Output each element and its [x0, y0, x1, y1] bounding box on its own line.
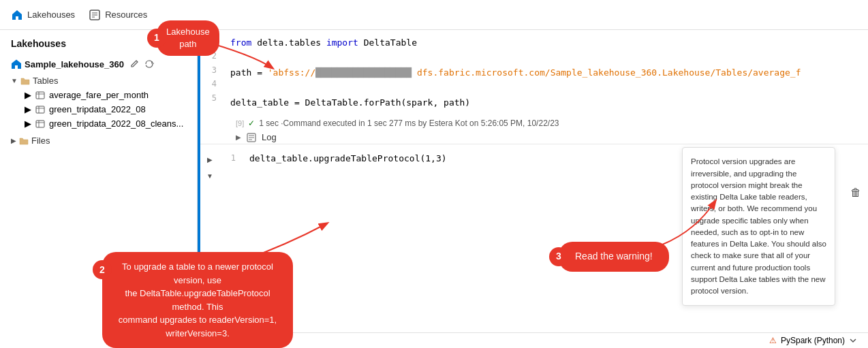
tree-item-green-tripdata-2[interactable]: ▶ green_tripdata_2022_08_cleans... — [0, 116, 197, 131]
chevron-right-icon-files: ▶ — [11, 137, 16, 144]
down-button[interactable]: ▼ — [203, 169, 217, 183]
code-area: 1 2 3 4 5 from delta.tables import Delta… — [200, 30, 868, 348]
log-row[interactable]: ▶ Log — [200, 131, 868, 144]
cell-number-1: [9] — [236, 119, 244, 127]
callout-text-1: Lakehousepath — [166, 27, 210, 49]
kw-from: from — [230, 37, 251, 48]
svg-rect-1 — [36, 92, 44, 99]
chevron-right-icon-1: ▶ — [25, 90, 31, 100]
callout-2-bubble: 2 To upgrade a table to a newer protocol… — [102, 252, 293, 348]
upgrade-code: delta_table.upgradeTableProtocol(1,3) — [249, 153, 447, 163]
folder-icon — [20, 76, 30, 86]
kw-class: DeltaTable — [364, 37, 417, 48]
delete-icon[interactable]: 🗑 — [850, 187, 861, 199]
files-label: Files — [31, 136, 50, 146]
tree-section-tables[interactable]: ▼ Tables — [0, 74, 197, 88]
var-path: path = — [230, 67, 268, 78]
str-path-val: 'abfss://██████████████████ dfs.fabric.m… — [268, 67, 801, 78]
nav-lakehouses-label: Lakehouses — [27, 10, 75, 20]
code-lines-1: from delta.tables import DeltaTable path… — [225, 30, 868, 116]
warning-popup: Protocol version upgrades are irreversib… — [682, 147, 835, 306]
pyspark-bar: ⚠ PySpark (Python) — [200, 332, 868, 348]
code-line-3: path = 'abfss://██████████████████ dfs.f… — [225, 65, 868, 80]
callout-number-3: 3 — [549, 247, 568, 266]
callout-number-1: 1 — [147, 29, 166, 48]
chevron-right-icon-3: ▶ — [25, 118, 31, 129]
table-icon-3 — [35, 119, 45, 129]
tree-item-average-fare[interactable]: ▶ average_fare_per_month — [0, 88, 197, 102]
callout-1-bubble: 1 Lakehousepath — [157, 20, 219, 56]
pyspark-label: PySpark (Python) — [781, 336, 845, 345]
kw-import: import — [326, 37, 358, 48]
chevron-right-icon-2: ▶ — [25, 104, 31, 114]
svg-rect-4 — [36, 106, 44, 113]
lakehouse-row[interactable]: Sample_lakehouse_360 — [0, 54, 197, 74]
log-label: Log — [262, 132, 277, 142]
callout-3-bubble: 3 Read the warning! — [559, 242, 669, 272]
chevron-log: ▶ — [236, 133, 241, 141]
code-line-5: delta_table = DeltaTable.forPath(spark, … — [225, 95, 868, 110]
lakehouses-icon — [11, 9, 23, 21]
tree-item-green-tripdata-1[interactable]: ▶ green_tripdata_2022_08 — [0, 102, 197, 116]
kw-module: delta.tables — [257, 37, 326, 48]
check-mark: ✓ — [248, 118, 255, 128]
warning-triangle-icon: ⚠ — [769, 336, 777, 345]
table-name-1: average_fare_per_month — [49, 90, 149, 100]
code-line-4 — [225, 80, 868, 95]
svg-rect-7 — [36, 121, 44, 127]
line-numbers-2: 1 — [219, 150, 244, 168]
log-icon — [247, 133, 256, 142]
table-name-2: green_tripdata_2022_08 — [49, 104, 146, 114]
var-delta: delta_table = DeltaTable.forPath(spark, … — [230, 97, 470, 108]
nav-resources-label: Resources — [105, 10, 147, 20]
run-button[interactable]: ▶ — [203, 153, 217, 166]
table-name-3: green_tripdata_2022_08_cleans... — [49, 118, 183, 129]
code-cell-1: 1 2 3 4 5 from delta.tables import Delta… — [200, 30, 868, 144]
lakehouse-icon — [11, 59, 22, 69]
pencil-icon — [129, 59, 139, 69]
cell-controls: ▶ ▼ — [200, 150, 219, 185]
table-icon-2 — [35, 105, 45, 114]
chevron-down-pyspark[interactable] — [849, 336, 857, 345]
folder-icon-files — [19, 136, 29, 146]
resources-icon — [89, 9, 101, 21]
nav-lakehouses[interactable]: Lakehouses — [11, 9, 75, 21]
callout-text-3: Read the warning! — [575, 251, 653, 262]
nav-resources[interactable]: Resources — [89, 9, 147, 21]
output-text-1: 1 sec ·Command executed in 1 sec 277 ms … — [259, 118, 559, 128]
sync-icon[interactable] — [144, 59, 154, 69]
top-nav: Lakehouses Resources — [0, 0, 868, 30]
tree-section-files[interactable]: ▶ Files — [0, 133, 197, 148]
code-line-2 — [225, 50, 868, 65]
chevron-down-icon: ▼ — [11, 77, 18, 84]
code-line-1: from delta.tables import DeltaTable — [225, 35, 868, 50]
lakehouse-name: Sample_lakehouse_360 — [25, 59, 124, 69]
callout-text-2: To upgrade a table to a newer protocol v… — [119, 262, 277, 338]
tables-label: Tables — [33, 76, 59, 86]
tree-children-tables: ▶ average_fare_per_month ▶ gre — [0, 88, 197, 131]
warning-text: Protocol version upgrades are irreversib… — [691, 157, 826, 295]
code-cell-2: ▶ ▼ 1 delta_table.upgradeTableProtocol(1… — [200, 144, 868, 348]
table-icon-1 — [35, 91, 45, 100]
callout-number-2: 2 — [93, 260, 112, 279]
code-cell-1-inner: 1 2 3 4 5 from delta.tables import Delta… — [200, 30, 868, 116]
cell-output-1: [9] ✓ 1 sec ·Command executed in 1 sec 2… — [200, 116, 868, 131]
